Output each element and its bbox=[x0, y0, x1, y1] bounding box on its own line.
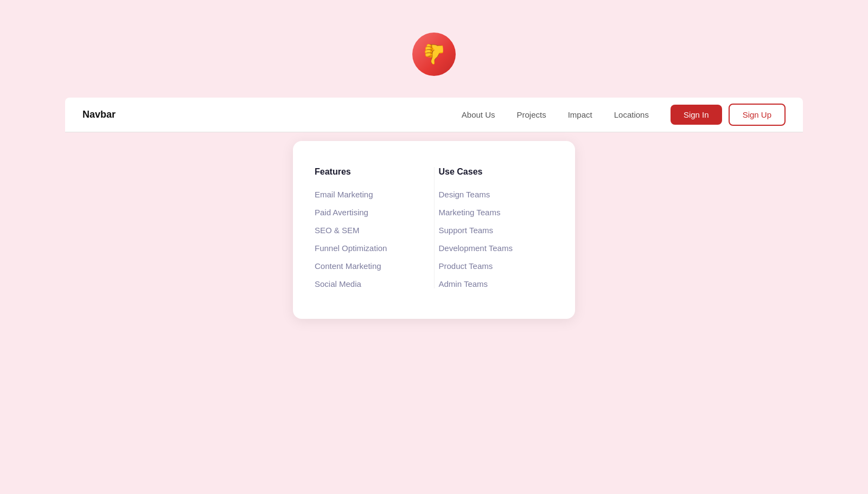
features-column: Features Email Marketing Paid Avertising… bbox=[315, 167, 430, 288]
features-items: Email Marketing Paid Avertising SEO & SE… bbox=[315, 190, 430, 288]
use-cases-column: Use Cases Design Teams Marketing Teams S… bbox=[439, 167, 554, 288]
column-divider bbox=[434, 167, 435, 288]
nav-link-impact[interactable]: Impact bbox=[568, 110, 592, 119]
features-title: Features bbox=[315, 167, 430, 177]
feature-social-media[interactable]: Social Media bbox=[315, 279, 430, 288]
dropdown-panel: Features Email Marketing Paid Avertising… bbox=[293, 141, 575, 319]
usecase-design-teams[interactable]: Design Teams bbox=[439, 190, 554, 199]
usecase-admin-teams[interactable]: Admin Teams bbox=[439, 279, 554, 288]
usecase-development-teams[interactable]: Development Teams bbox=[439, 243, 554, 253]
use-cases-title: Use Cases bbox=[439, 167, 554, 177]
navbar-brand: Navbar bbox=[82, 109, 116, 120]
thumbs-down-icon: 👎 bbox=[422, 43, 446, 66]
navbar-actions: Sign In Sign Up bbox=[671, 104, 786, 126]
feature-content-marketing[interactable]: Content Marketing bbox=[315, 261, 430, 271]
usecase-product-teams[interactable]: Product Teams bbox=[439, 261, 554, 271]
navbar: Navbar About Us Projects Impact Location… bbox=[65, 98, 803, 132]
feature-seo-sem[interactable]: SEO & SEM bbox=[315, 226, 430, 235]
nav-link-about-us[interactable]: About Us bbox=[462, 110, 495, 119]
feature-paid-advertising[interactable]: Paid Avertising bbox=[315, 208, 430, 217]
usecase-marketing-teams[interactable]: Marketing Teams bbox=[439, 208, 554, 217]
nav-link-projects[interactable]: Projects bbox=[517, 110, 546, 119]
navbar-links: About Us Projects Impact Locations bbox=[462, 110, 649, 119]
logo-area: 👎 bbox=[412, 33, 456, 76]
usecase-support-teams[interactable]: Support Teams bbox=[439, 226, 554, 235]
nav-link-locations[interactable]: Locations bbox=[614, 110, 649, 119]
signin-button[interactable]: Sign In bbox=[671, 105, 722, 125]
feature-email-marketing[interactable]: Email Marketing bbox=[315, 190, 430, 199]
signup-button[interactable]: Sign Up bbox=[729, 104, 786, 126]
page-container: 👎 Navbar About Us Projects Impact Locati… bbox=[0, 0, 868, 494]
feature-funnel-optimization[interactable]: Funnel Optimization bbox=[315, 243, 430, 253]
use-cases-items: Design Teams Marketing Teams Support Tea… bbox=[439, 190, 554, 288]
logo-circle: 👎 bbox=[412, 33, 456, 76]
